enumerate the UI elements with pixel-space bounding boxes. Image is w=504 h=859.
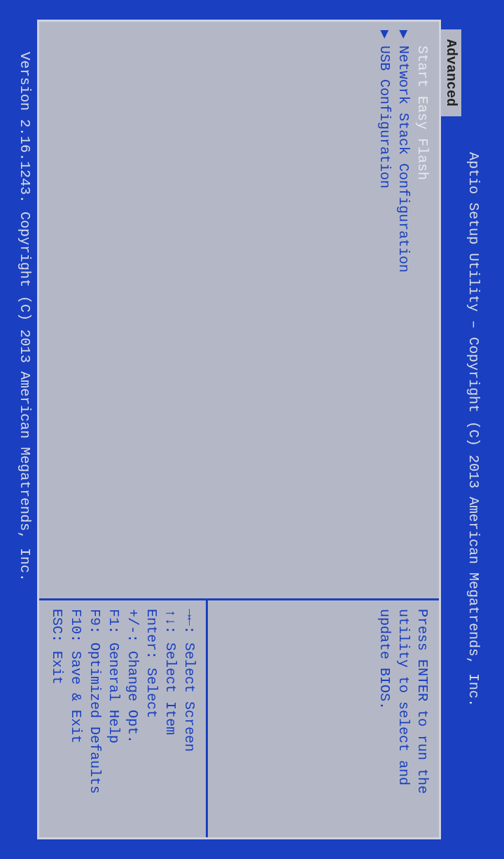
- help-text: Press ENTER to run the utility to select…: [375, 609, 432, 829]
- side-panel: Press ENTER to run the utility to select…: [39, 600, 439, 837]
- menu-item-usb-config[interactable]: ▶ USB Configuration: [375, 30, 394, 590]
- submenu-marker-icon: ▶: [394, 30, 413, 46]
- menu-item-label: USB Configuration: [375, 46, 394, 188]
- key-hint: F1: General Help: [104, 609, 123, 829]
- key-hint: Enter: Select: [142, 609, 161, 829]
- footer-bar: Version 2.16.1243. Copyright (C) 2013 Am…: [17, 20, 37, 839]
- key-hint: ↑↓: Select Item: [161, 609, 180, 829]
- key-hint: F10: Save & Exit: [66, 609, 85, 829]
- menu-item-network-stack[interactable]: ▶ Network Stack Configuration: [394, 30, 413, 590]
- key-hint: ESC: Exit: [48, 609, 66, 829]
- menu-item-label: Network Stack Configuration: [394, 46, 413, 273]
- rotated-wrapper: Aptio Setup Utility – Copyright (C) 2013…: [0, 0, 504, 859]
- submenu-marker-icon: ▶: [375, 30, 394, 46]
- menu-item-label: Start Easy Flash: [413, 46, 432, 180]
- title-bar: Aptio Setup Utility – Copyright (C) 2013…: [461, 20, 483, 839]
- tab-row: Advanced: [441, 20, 461, 839]
- key-hint: F9: Optimized Defaults: [85, 609, 104, 829]
- keys-area: →←: Select Screen ↑↓: Select Item Enter:…: [39, 600, 206, 837]
- bios-screen: Aptio Setup Utility – Copyright (C) 2013…: [0, 0, 504, 859]
- key-hint: +/-: Change Opt.: [123, 609, 142, 829]
- menu-list: Start Easy Flash ▶ Network Stack Configu…: [39, 22, 439, 600]
- tab-advanced[interactable]: Advanced: [441, 29, 461, 116]
- main-panel: Start Easy Flash ▶ Network Stack Configu…: [37, 20, 441, 839]
- menu-item-start-easy-flash[interactable]: Start Easy Flash: [413, 30, 432, 590]
- key-hint: →←: Select Screen: [180, 609, 199, 829]
- help-area: Press ENTER to run the utility to select…: [206, 600, 439, 837]
